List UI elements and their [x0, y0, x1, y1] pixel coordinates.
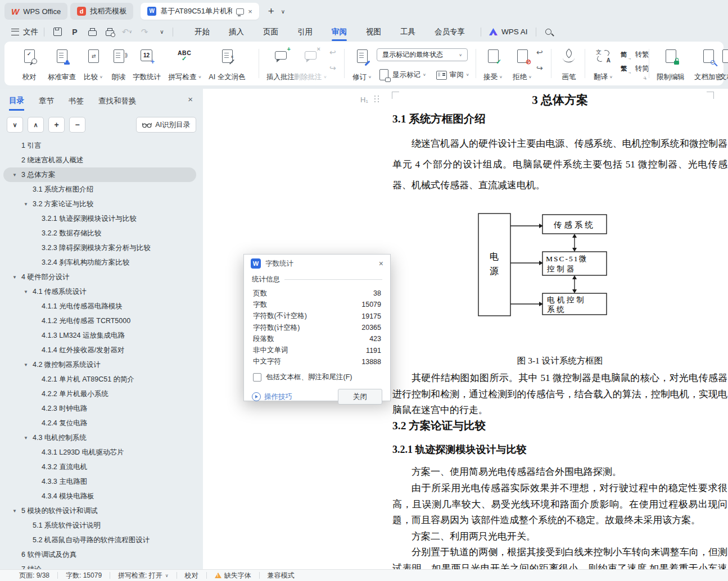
- close-tab-icon[interactable]: ×: [248, 8, 252, 15]
- standard-review-button[interactable]: 标准审查: [44, 47, 80, 84]
- page-indicator[interactable]: 页面: 9/38: [0, 571, 57, 580]
- to-traditional-button[interactable]: 简 转繁: [621, 49, 649, 60]
- include-textboxes-checkbox[interactable]: 包括文本框、脚注和尾注(F): [244, 367, 390, 382]
- toc-item[interactable]: 3.2.4 刹车机构功能方案比较: [0, 255, 203, 270]
- file-menu[interactable]: 文件: [23, 27, 38, 37]
- track-changes-button[interactable]: 修订∨: [349, 47, 376, 84]
- proofread-button[interactable]: ✓ 校对: [13, 47, 45, 84]
- previous-change-icon[interactable]: ↩: [536, 48, 543, 56]
- toc-item[interactable]: 4.1.4 红外接收器/发射器对: [0, 343, 203, 357]
- toc-expand-arrow-icon[interactable]: ▼: [12, 275, 21, 280]
- new-tab-button[interactable]: +: [268, 5, 274, 17]
- reject-change-button[interactable]: ⊘ 拒绝∨: [508, 47, 536, 84]
- previous-comment-icon[interactable]: ↩: [329, 48, 336, 56]
- save-button[interactable]: [52, 27, 62, 37]
- toc-item[interactable]: 4.3.3 主电路图: [0, 474, 203, 489]
- compare-button[interactable]: ⇄ 比较∨: [79, 47, 108, 84]
- toc-expand-arrow-icon[interactable]: ▼: [24, 289, 33, 294]
- toc-item[interactable]: 4.3.2 直流电机: [0, 460, 203, 474]
- clipped-ribbon-button[interactable]: 文档: [720, 47, 728, 84]
- restrict-editing-button[interactable]: 限制编辑: [652, 47, 689, 84]
- toc-item[interactable]: 4.1.3 LM324 运放集成电路: [0, 328, 203, 343]
- translate-button[interactable]: 文A 翻译∨: [588, 47, 618, 84]
- menu-tab[interactable]: 工具: [399, 24, 417, 40]
- toc-expand-arrow-icon[interactable]: ▼: [24, 202, 33, 207]
- toc-item[interactable]: ▼5 模块的软件设计和调试: [0, 503, 203, 518]
- sidebar-tab[interactable]: 目录: [9, 91, 24, 111]
- read-aloud-button[interactable]: )) 朗读: [106, 47, 132, 84]
- toc-item[interactable]: ▼4.2 微控制器系统设计: [0, 357, 203, 372]
- toc-item[interactable]: 5.2 机器鼠自动寻路的软件流程图设计: [0, 533, 203, 547]
- toc-item[interactable]: 3.2.2 数据存储比较: [0, 226, 203, 240]
- toc-item[interactable]: 6 软件调试及仿真: [0, 547, 203, 562]
- toc-item[interactable]: 4.3.1 L293D 电机驱动芯片: [0, 445, 203, 460]
- toc-item[interactable]: 3.2.3 障碍探测模块方案分析与比较: [0, 240, 203, 255]
- toc-item[interactable]: ▼3 总体方案: [3, 167, 196, 182]
- pen-button[interactable]: 画笔: [554, 47, 584, 84]
- word-count-indicator[interactable]: 字数: 15079: [58, 571, 110, 580]
- compatibility-mode-indicator[interactable]: 兼容模式: [260, 571, 302, 580]
- word-count-button[interactable]: 12+ 字数统计: [129, 47, 164, 84]
- toc-expand-arrow-icon[interactable]: ▼: [24, 435, 33, 441]
- menu-tab[interactable]: 开始: [193, 24, 211, 40]
- menu-tab[interactable]: 页面: [262, 24, 279, 40]
- hamburger-menu-icon[interactable]: [11, 29, 19, 35]
- drag-handle-icon[interactable]: [374, 96, 379, 103]
- review-pane-button[interactable]: 审阅 ∨: [434, 68, 469, 81]
- print-preview-button[interactable]: [105, 27, 115, 37]
- collapse-all-button[interactable]: ∨: [7, 117, 23, 133]
- wps-ai-button[interactable]: WPS AI: [489, 28, 528, 36]
- to-simplified-button[interactable]: 繁 转简: [621, 63, 649, 74]
- toc-item[interactable]: 3.1 系统方框图介绍: [0, 182, 203, 197]
- checkbox-icon[interactable]: [253, 373, 261, 382]
- expand-all-button[interactable]: ∧: [28, 117, 44, 133]
- toc-item[interactable]: 7 结论: [0, 562, 203, 570]
- tab-current-document[interactable]: W 基于AT89C51单片机和路径规 ×: [141, 3, 259, 20]
- toc-item[interactable]: ▼4 硬件部分设计: [0, 270, 203, 284]
- toc-expand-arrow-icon[interactable]: ▼: [12, 509, 21, 514]
- tab-wps-office[interactable]: W WPS Office: [4, 3, 67, 20]
- missing-font-warning[interactable]: 缺失字体: [207, 571, 259, 580]
- zoom-out-toc-button[interactable]: −: [69, 117, 85, 133]
- toc-item[interactable]: ▼4.1 传感系统设计: [0, 284, 203, 299]
- toc-item[interactable]: 4.2.1 单片机 AT89C51 的简介: [0, 372, 203, 387]
- ai-recognize-toc-button[interactable]: AI识别目录: [136, 117, 196, 133]
- spell-check-button[interactable]: ABC✓ 拼写检查∨: [164, 47, 206, 84]
- show-markup-button[interactable]: 显示标记 ∨: [377, 68, 426, 81]
- markup-state-dropdown[interactable]: 显示标记的最终状态 ∨: [377, 48, 468, 61]
- toc-item[interactable]: 2 绕迷宫机器人概述: [0, 153, 203, 167]
- menu-tab[interactable]: 引用: [296, 24, 314, 40]
- sidebar-tab[interactable]: 书签: [69, 92, 84, 110]
- dialog-titlebar[interactable]: W 字数统计 ×: [244, 255, 390, 273]
- toc-item[interactable]: ▼3.2 方案论证与比较: [0, 197, 203, 211]
- zoom-in-toc-button[interactable]: +: [48, 117, 65, 133]
- sidebar-tab[interactable]: 查找和替换: [98, 92, 137, 110]
- menu-tab[interactable]: 视图: [365, 24, 382, 40]
- sidebar-tab[interactable]: 章节: [39, 92, 54, 110]
- redo-button[interactable]: ↷: [139, 27, 150, 37]
- tips-link[interactable]: 操作技巧: [264, 392, 292, 402]
- toc-item[interactable]: 3.2.1 轨迹探测模块设计与比较: [0, 211, 203, 226]
- close-dialog-icon[interactable]: ×: [379, 259, 383, 268]
- toc-item[interactable]: 4.2.2 单片机最小系统: [0, 387, 203, 401]
- menu-tab[interactable]: 插入: [228, 24, 245, 40]
- print-button[interactable]: [87, 27, 97, 37]
- tab-list-chevron-icon[interactable]: ∨: [281, 8, 285, 15]
- export-pdf-button[interactable]: P: [70, 27, 80, 37]
- close-sidebar-icon[interactable]: ×: [188, 94, 193, 104]
- search-icon[interactable]: [545, 29, 551, 35]
- close-button[interactable]: 关闭: [338, 389, 382, 405]
- ai-polish-button[interactable]: AI 全文润色: [201, 47, 253, 84]
- toc-item[interactable]: 4.1.1 光电传感器电路模块: [0, 299, 203, 314]
- undo-button[interactable]: ↶∨: [122, 27, 132, 37]
- toc-item[interactable]: 4.2.4 复位电路: [0, 416, 203, 430]
- accept-change-button[interactable]: ✓ 接受∨: [479, 47, 507, 84]
- next-comment-icon[interactable]: ↪: [329, 64, 336, 72]
- toc-item[interactable]: 1 引言: [0, 138, 203, 153]
- toc-item[interactable]: 5.1 系统软件设计说明: [0, 518, 203, 533]
- toc-expand-arrow-icon[interactable]: ▼: [12, 173, 21, 178]
- toc-item[interactable]: ▼4.3 电机控制系统: [0, 430, 203, 445]
- toc-item[interactable]: 4.1.2 光电传感器 TCRT5000: [0, 314, 203, 328]
- tab-docer-templates[interactable]: d 找稻壳模板: [70, 3, 133, 20]
- quickbar-more-button[interactable]: ∨: [157, 27, 167, 37]
